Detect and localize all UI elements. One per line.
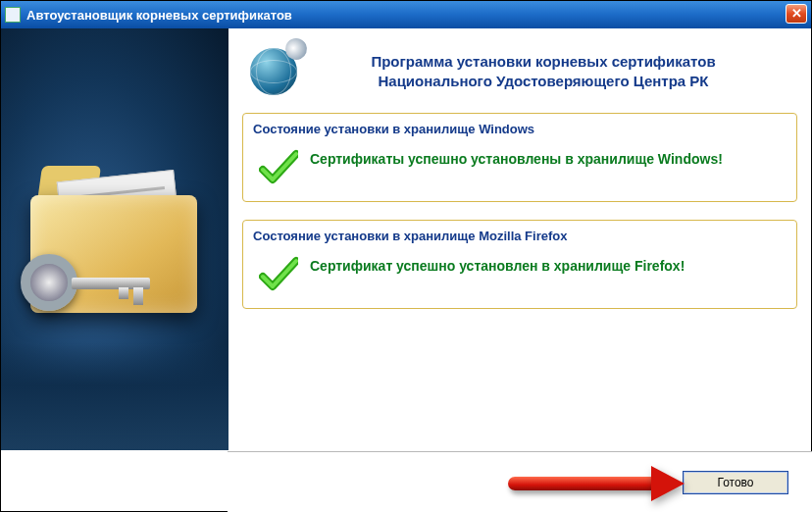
main-panel: Программа установки корневых сертификато… [228, 28, 811, 450]
close-button[interactable]: ✕ [786, 4, 807, 24]
sidebar-illustration [1, 28, 228, 450]
windows-status-text: Сертификаты успешно установлены в хранил… [310, 148, 723, 169]
checkmark-icon [259, 255, 298, 294]
windows-panel-title: Состояние установки в хранилище Windows [253, 122, 787, 136]
globe-icon [242, 40, 305, 103]
footer: Готово [228, 451, 812, 512]
app-icon [5, 7, 21, 23]
header-line-2: Национального Удостоверяющего Центра РК [319, 72, 768, 91]
content-area: Программа установки корневых сертификато… [1, 28, 811, 450]
done-button[interactable]: Готово [683, 471, 788, 494]
checkmark-icon [259, 148, 298, 187]
windows-status-panel: Состояние установки в хранилище Windows … [242, 113, 797, 202]
firefox-status-text: Сертификат успешно установлен в хранилищ… [310, 255, 685, 276]
titlebar: Автоустановщик корневых сертификатов ✕ [1, 1, 811, 28]
header-line-1: Программа установки корневых сертификато… [319, 52, 768, 72]
header: Программа установки корневых сертификато… [242, 40, 797, 103]
header-title: Программа установки корневых сертификато… [319, 52, 797, 92]
firefox-status-panel: Состояние установки в хранилище Mozilla … [242, 220, 797, 309]
window-title: Автоустановщик корневых сертификатов [26, 8, 292, 23]
firefox-panel-title: Состояние установки в хранилище Mozilla … [253, 229, 787, 243]
annotation-arrow-icon [508, 466, 685, 499]
